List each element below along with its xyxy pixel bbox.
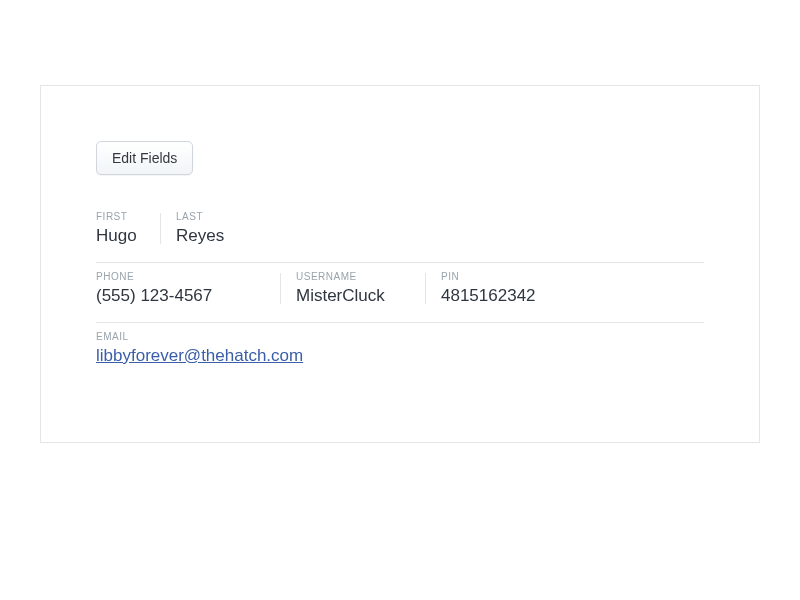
phone-label: Phone [96, 271, 266, 282]
username-label: Username [296, 271, 411, 282]
email-link[interactable]: libbyforever@thehatch.com [96, 346, 303, 365]
first-name-label: First [96, 211, 146, 222]
last-name-value: Reyes [176, 226, 224, 246]
phone-value: (555) 123-4567 [96, 286, 266, 306]
pin-value: 4815162342 [441, 286, 536, 306]
edit-fields-button[interactable]: Edit Fields [96, 141, 193, 175]
last-name-label: Last [176, 211, 224, 222]
username-field: Username MisterCluck [296, 271, 441, 306]
first-name-field: First Hugo [96, 211, 176, 246]
profile-card: Edit Fields First Hugo Last Reyes Phone … [40, 85, 760, 443]
email-label: Email [96, 331, 303, 342]
email-row: Email libbyforever@thehatch.com [96, 323, 704, 382]
phone-field: Phone (555) 123-4567 [96, 271, 296, 306]
username-value: MisterCluck [296, 286, 411, 306]
pin-field: PIN 4815162342 [441, 271, 566, 306]
first-name-value: Hugo [96, 226, 146, 246]
contact-row: Phone (555) 123-4567 Username MisterCluc… [96, 263, 704, 323]
email-value: libbyforever@thehatch.com [96, 346, 303, 366]
pin-label: PIN [441, 271, 536, 282]
last-name-field: Last Reyes [176, 211, 254, 246]
name-row: First Hugo Last Reyes [96, 203, 704, 263]
email-field: Email libbyforever@thehatch.com [96, 331, 333, 366]
